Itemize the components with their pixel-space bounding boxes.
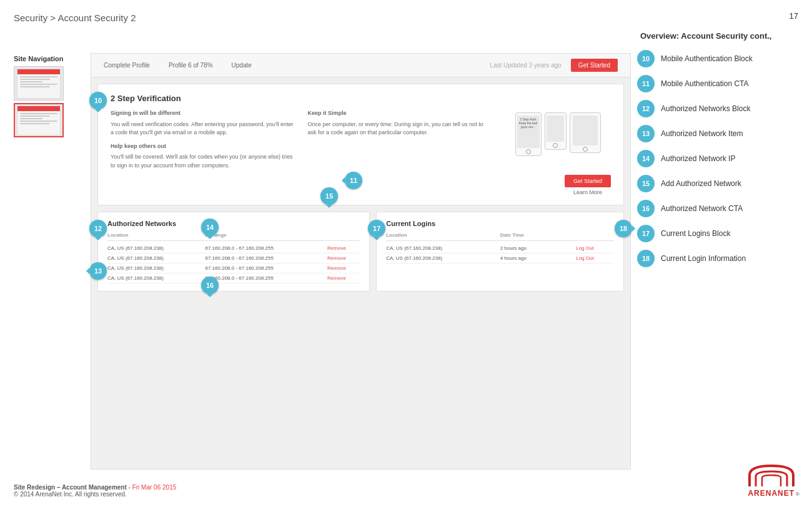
annotation-label-16: Authorized Network CTA — [661, 204, 743, 213]
sidebar: Site Navigation — [14, 55, 86, 140]
logout-link-1[interactable]: Log Out — [576, 245, 614, 251]
annotation-item-16: 16 Authorized Network CTA — [637, 200, 806, 217]
main-content-area: Complete Profile Profile 6 of 78% Update… — [91, 53, 631, 470]
device-1: 2 Step AuthKeep the bad guys out... — [515, 112, 542, 156]
page-number: 17 — [790, 11, 798, 21]
profile-progress-label: Profile 6 of 78% — [169, 62, 213, 69]
signing-body1: You will need verification codes. After … — [111, 121, 295, 137]
keep-simple-body: Once per computer, or every time: During… — [308, 121, 493, 137]
current-logins-inner: Current Logins Location Date Time CA, US… — [377, 212, 623, 271]
top-bar-left: Complete Profile Profile 6 of 78% Update — [104, 62, 252, 69]
login-action-header — [576, 232, 614, 238]
remove-link-1[interactable]: Remove — [327, 245, 360, 251]
annotation-item-11: 11 Mobile Authentication CTA — [637, 75, 806, 92]
annotation-item-12: 12 Authorized Networks Block — [637, 100, 806, 117]
arenanet-logo: ARENANET ® — [743, 463, 800, 498]
update-label: Update — [232, 62, 252, 69]
devices-col: 2 Step AuthKeep the bad guys out... — [505, 109, 611, 170]
annotation-label-10: Mobile Authentication Block — [661, 54, 753, 63]
remove-link-4[interactable]: Remove — [327, 275, 360, 281]
footer-left: Site Redesign – Account Management - Fri… — [14, 484, 176, 498]
bubble-11: 11 — [345, 172, 362, 189]
annotation-badge-10: 10 — [637, 50, 655, 67]
login-location-header: Location — [386, 232, 500, 238]
footer-project: Site Redesign – Account Management - Fri… — [14, 484, 176, 491]
annotation-badge-18: 18 — [637, 250, 655, 267]
authorized-networks-card: 12 14 15 13 16 Authoriz — [97, 212, 370, 292]
current-logins-header: Location Date Time — [386, 232, 614, 241]
login-row-2: CA, US (67.160.208.238) 4 hours ago Log … — [386, 254, 614, 263]
annotation-label-12: Authorized Networks Block — [661, 104, 750, 113]
logout-link-2[interactable]: Log Out — [576, 255, 614, 261]
logo-svg — [743, 463, 800, 489]
annotation-badge-16: 16 — [637, 200, 655, 217]
annotation-label-18: Current Login Information — [661, 254, 746, 263]
top-bar: Complete Profile Profile 6 of 78% Update… — [91, 54, 630, 77]
annotation-label-11: Mobile Authentication CTA — [661, 79, 749, 88]
login-datetime-header: Date Time — [500, 232, 577, 238]
verification-card: 10 11 2 Step Verification Signing in wil… — [97, 84, 624, 205]
device-2-screen — [547, 116, 564, 142]
verification-card-inner: 2 Step Verification Signing in will be d… — [98, 84, 623, 205]
current-logins-card: 17 18 Current Logins Location Date Time … — [376, 212, 624, 292]
get-started-button-top[interactable]: Get Started — [571, 59, 618, 72]
bubble-13: 13 — [89, 262, 107, 280]
network-location-2: CA, US (67.160.208.238) — [107, 255, 205, 261]
sidebar-thumb-1[interactable] — [14, 66, 64, 101]
remove-link-2[interactable]: Remove — [327, 255, 360, 261]
verification-col-right: Keep it Simple Once per computer, or eve… — [308, 109, 493, 170]
sidebar-thumb-2[interactable] — [14, 103, 64, 137]
network-location-1: CA, US (67.160.208.238) — [107, 245, 205, 251]
bubble-14: 14 — [201, 219, 219, 236]
verification-title: 2 Step Verification — [111, 94, 611, 103]
authorized-networks-title: Authorized Networks — [107, 220, 360, 227]
ip-col-header: IP Range — [205, 232, 327, 238]
network-ip-4: 67.160.208.0 - 67.160.208.255 — [205, 275, 327, 281]
help-subtitle: Help keep others out — [111, 142, 295, 151]
network-row-2: CA, US (67.160.208.238) 67.160.208.0 - 6… — [107, 254, 360, 263]
network-row-3: CA, US (67.160.208.238) 67.160.208.0 - 6… — [107, 263, 360, 273]
get-started-button-card[interactable]: Get Started — [565, 175, 611, 187]
annotation-badge-14: 14 — [637, 150, 655, 167]
location-col-header: Location — [107, 232, 205, 238]
bubble-18: 18 — [615, 220, 632, 237]
login-datetime-2: 4 hours ago — [500, 255, 577, 261]
verification-col-left: Signing in will be different You will ne… — [111, 109, 295, 170]
annotation-label-17: Current Logins Block — [661, 229, 730, 238]
annotation-item-14: 14 Authorized Network IP — [637, 150, 806, 167]
footer-project-name: Site Redesign – Account Management — [14, 484, 127, 491]
login-location-2: CA, US (67.160.208.238) — [386, 255, 500, 261]
annotation-item-18: 18 Current Login Information — [637, 250, 806, 267]
annotation-item-10: 10 Mobile Authentication Block — [637, 50, 806, 67]
footer-copyright: © 2014 ArenaNet Inc. All rights reserved… — [14, 491, 176, 498]
right-panel: Overview: Account Security cont., 10 Mob… — [637, 31, 806, 275]
current-logins-title: Current Logins — [386, 220, 614, 227]
annotation-badge-13: 13 — [637, 125, 655, 142]
device-3 — [570, 112, 601, 153]
last-updated-text: Last Updated 3 years ago — [490, 62, 562, 69]
footer-date: Fri Mar 06 2015 — [132, 484, 177, 491]
network-location-4: CA, US (67.160.208.238) — [107, 275, 205, 281]
network-location-3: CA, US (67.160.208.238) — [107, 265, 205, 271]
cta-container: Get Started Learn More — [565, 175, 611, 195]
logo-brand-text: ARENANET — [748, 489, 795, 498]
top-bar-right: Last Updated 3 years ago Get Started — [490, 59, 618, 72]
learn-more-link[interactable]: Learn More — [573, 189, 602, 195]
annotation-item-15: 15 Add Authorized Network — [637, 175, 806, 192]
login-row-1: CA, US (67.160.208.238) 2 hours ago Log … — [386, 244, 614, 254]
footer-right: ARENANET ® — [743, 463, 800, 498]
authorized-networks-header: Location IP Range — [107, 232, 360, 241]
annotation-item-17: 17 Current Logins Block — [637, 225, 806, 242]
device-1-btn — [526, 149, 531, 154]
page-title: Security > Account Security 2 — [14, 12, 136, 23]
annotation-badge-15: 15 — [637, 175, 655, 192]
logo-registered: ® — [796, 491, 800, 497]
annotation-label-14: Authorized Network IP — [661, 154, 735, 163]
logo-text-row: ARENANET ® — [748, 489, 800, 498]
device-2-btn — [553, 143, 558, 148]
network-ip-2: 67.160.208.0 - 67.160.208.255 — [205, 255, 327, 261]
annotation-label-15: Add Authorized Network — [661, 179, 741, 188]
remove-link-3[interactable]: Remove — [327, 265, 360, 271]
content-area: 10 11 2 Step Verification Signing in wil… — [91, 77, 630, 298]
complete-profile-label: Complete Profile — [104, 62, 150, 69]
